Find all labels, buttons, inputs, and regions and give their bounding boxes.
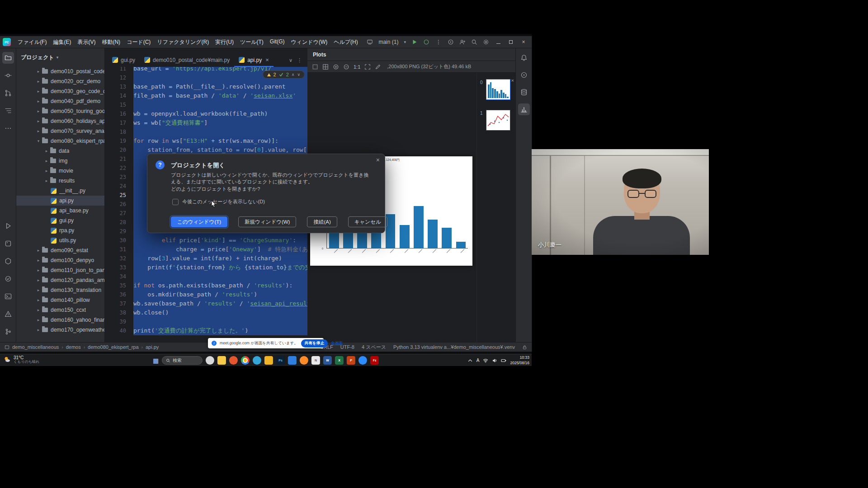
ai-assistant-icon[interactable]	[518, 69, 530, 81]
tree-item-gui.py[interactable]: gui.py	[16, 216, 104, 225]
chevron-right-icon[interactable]: ▸	[43, 149, 50, 153]
tree-item-demo150_ccxt[interactable]: ▸demo150_ccxt	[16, 305, 104, 315]
chevron-down-icon[interactable]: ▾	[57, 55, 59, 60]
inspections-widget[interactable]: 2 2 ∧ ∨	[263, 70, 305, 79]
add-user-icon[interactable]	[459, 39, 466, 45]
services-tool-button[interactable]	[2, 255, 14, 267]
clock-widget[interactable]: 10:33 2025/08/16	[510, 355, 529, 365]
this-window-button[interactable]: このウィンドウ(T)	[171, 216, 227, 227]
tree-item-demo140_pillow[interactable]: ▸demo140_pillow	[16, 295, 104, 305]
stop-sharing-button[interactable]: 共有を停止	[301, 339, 328, 347]
next-problem-icon[interactable]: ∨	[297, 72, 300, 77]
battery-icon[interactable]	[501, 358, 506, 363]
tree-item-__init__.py[interactable]: __init__.py	[16, 186, 104, 196]
tree-item-demo030_geo_code_d...[interactable]: ▸demo030_geo_code_d...	[16, 86, 104, 96]
menu-item[interactable]: 編集(E)	[50, 37, 74, 47]
speaker-icon[interactable]	[492, 358, 497, 363]
chevron-right-icon[interactable]: ▸	[43, 178, 50, 183]
menu-item[interactable]: リファクタリング(R)	[154, 37, 212, 47]
python-packages-tool-button[interactable]	[2, 238, 14, 249]
taskbar-icon-store[interactable]	[288, 356, 297, 365]
plots-tool-button[interactable]	[518, 103, 530, 115]
tree-item-demo080_ekispert_rpa[interactable]: ▾demo080_ekispert_rpa	[16, 136, 104, 146]
taskbar-icon-photoshop[interactable]: Ps	[276, 356, 285, 365]
chevron-right-icon[interactable]: ▸	[43, 169, 50, 173]
attach-button[interactable]: 接続(A)	[307, 216, 337, 227]
taskbar-icon-notepad[interactable]: N	[311, 356, 320, 365]
taskbar-icon-copilot[interactable]	[206, 356, 214, 365]
database-tool-button[interactable]	[518, 86, 530, 98]
project-tool-button[interactable]	[2, 52, 14, 64]
taskbar-icon-media-player[interactable]	[229, 356, 238, 365]
chevron-right-icon[interactable]: ▸	[35, 79, 42, 84]
more-tool-windows-button[interactable]	[2, 122, 14, 134]
menu-item[interactable]: 表示(V)	[74, 37, 99, 47]
tree-item-img[interactable]: ▸img	[16, 156, 104, 166]
breadcrumb-item[interactable]: demo_miscellaneous	[12, 344, 59, 350]
chevron-right-icon[interactable]: ▸	[35, 258, 42, 263]
tree-item-utils.py[interactable]: utils.py	[16, 235, 104, 245]
taskbar-icon-powerpoint[interactable]: P	[347, 356, 355, 365]
tab-api.py[interactable]: api.py×	[234, 54, 274, 67]
settings-gear-icon[interactable]	[483, 39, 489, 45]
checkbox[interactable]	[172, 199, 179, 205]
dialog-close-icon[interactable]: ×	[376, 156, 380, 164]
tree-item-demo100_denpyo[interactable]: ▸demo100_denpyo	[16, 255, 104, 265]
commit-tool-button[interactable]	[2, 70, 14, 81]
taskbar-icon-filezilla[interactable]: Fz	[370, 356, 379, 365]
chevron-right-icon[interactable]: ▸	[35, 328, 42, 332]
zoom-level-label[interactable]: 1:1	[354, 64, 360, 70]
chevron-right-icon[interactable]: ▸	[35, 119, 42, 123]
cancel-button[interactable]: キャンセル	[348, 216, 387, 227]
zoom-in-icon[interactable]	[333, 64, 339, 70]
chevron-right-icon[interactable]: ▸	[35, 308, 42, 312]
taskbar-icon-edge[interactable]	[253, 356, 261, 365]
menu-item[interactable]: 実行(U)	[212, 37, 237, 47]
tab-close-icon[interactable]: ×	[265, 56, 269, 63]
menu-item[interactable]: ツール(T)	[237, 37, 267, 47]
plots-panel-header[interactable]: Plots	[307, 48, 515, 61]
tree-item-rpa.py[interactable]: rpa.py	[16, 225, 104, 235]
thumbnail-row-0[interactable]: 0 ×	[477, 79, 515, 100]
tree-item-demo060_holidays_ap...[interactable]: ▸demo060_holidays_ap...	[16, 116, 104, 126]
thumbnail-row-1[interactable]: 1	[477, 110, 515, 131]
chevron-right-icon[interactable]: ▸	[35, 129, 42, 133]
breadcrumb-item[interactable]: demo080_ekispert_rpa	[88, 344, 139, 350]
tree-item-demo120_pandas_am...[interactable]: ▸demo120_pandas_am...	[16, 275, 104, 285]
thumb1-canvas[interactable]	[486, 110, 510, 131]
search-icon[interactable]	[471, 39, 477, 45]
chevron-right-icon[interactable]: ▸	[35, 318, 42, 322]
chevron-right-icon[interactable]: ▸	[35, 268, 42, 272]
new-window-button[interactable]: 新規ウィンドウ(W)	[238, 216, 296, 227]
taskbar-icon-zoom[interactable]	[359, 356, 367, 365]
code-with-me-icon[interactable]	[448, 39, 454, 45]
tab-gui.py[interactable]: gui.py	[108, 54, 140, 67]
task-view-button[interactable]: ▦	[153, 357, 159, 364]
fullscreen-link[interactable]: 全画面	[331, 341, 343, 346]
chevron-right-icon[interactable]: ▸	[35, 109, 42, 113]
chevron-right-icon[interactable]: ▸	[35, 69, 42, 74]
tab-demo010_postal_code¥main.py[interactable]: demo010_postal_code¥main.py	[140, 54, 234, 67]
more-icon[interactable]: ⋮	[297, 57, 302, 63]
chevron-right-icon[interactable]: ▸	[35, 99, 42, 103]
minimize-button[interactable]	[495, 39, 502, 45]
tree-item-demo130_translation[interactable]: ▸demo130_translation	[16, 285, 104, 295]
fit-to-view-icon[interactable]	[364, 64, 371, 70]
chevron-right-icon[interactable]: ▸	[35, 89, 42, 94]
tree-item-demo020_ocr_demo[interactable]: ▸demo020_ocr_demo	[16, 76, 104, 86]
wifi-icon[interactable]	[483, 358, 488, 363]
breadcrumb-item[interactable]: api.py	[146, 344, 159, 350]
dont-show-again-option[interactable]: 今後このメッセージを表示しない(D)	[172, 198, 265, 205]
tree-item-movie[interactable]: ▸movie	[16, 166, 104, 176]
run-config-label[interactable]: main (1)	[378, 39, 398, 45]
structure-tool-button[interactable]	[2, 105, 14, 117]
tree-item-data[interactable]: ▸data	[16, 146, 104, 156]
zoom-out-icon[interactable]	[343, 64, 349, 70]
chevron-right-icon[interactable]: ▸	[35, 288, 42, 292]
run-tool-button[interactable]	[2, 220, 14, 232]
taskbar-search[interactable]: 検索	[162, 356, 203, 365]
ime-indicator[interactable]: A	[476, 358, 480, 363]
tree-item-results[interactable]: ▸results	[16, 176, 104, 186]
tree-item-demo010_postal_code...[interactable]: ▸demo010_postal_code...	[16, 66, 104, 76]
menu-item[interactable]: Git(G)	[267, 37, 288, 47]
